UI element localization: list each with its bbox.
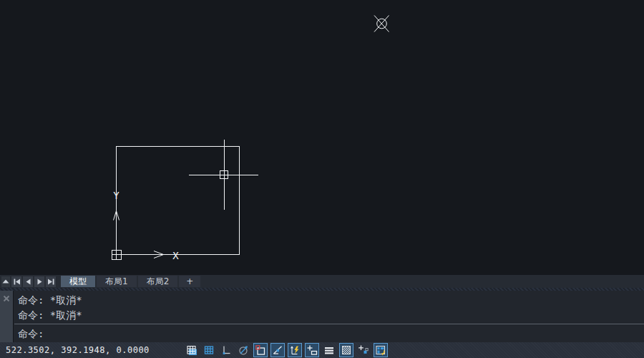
cad-application: Y X (0, 0, 644, 358)
snap-tracking-icon (272, 344, 283, 356)
first-tab-button[interactable] (11, 276, 21, 287)
ucs-x-label: X (172, 250, 179, 261)
selection-cycling-icon (375, 344, 386, 356)
last-page-icon (47, 277, 56, 286)
tab-model[interactable]: 模型 (61, 276, 95, 287)
transparency-toggle[interactable] (339, 343, 353, 357)
lineweight-icon (323, 344, 335, 356)
dynamic-input-toggle[interactable] (305, 343, 319, 357)
ucs-y-label: Y (113, 190, 119, 201)
coordinates-readout[interactable]: 522.3502, 392.1948, 0.0000 (6, 342, 150, 358)
drawn-rectangle[interactable] (117, 147, 240, 255)
next-tab-button[interactable] (34, 276, 44, 287)
snap-grid-icon (186, 344, 197, 356)
crosshair-cursor (189, 140, 258, 210)
dynamic-input-icon (306, 344, 318, 356)
last-tab-button[interactable] (46, 276, 56, 287)
dynamic-ucs-toggle[interactable] (288, 343, 302, 357)
chevron-left-icon (24, 277, 33, 286)
command-line-panel: 命令: *取消* 命令: *取消* 命令: (0, 288, 644, 342)
tab-new-layout[interactable]: + (179, 276, 200, 287)
grid-icon (203, 344, 215, 356)
polar-tracking-icon (238, 344, 249, 356)
quick-properties-icon (358, 344, 369, 356)
drawing-canvas[interactable]: Y X (0, 0, 644, 275)
object-snap-icon (255, 344, 266, 356)
view-reference-icon (374, 16, 389, 32)
grid-display-toggle[interactable] (202, 343, 216, 357)
ortho-icon (220, 344, 232, 356)
close-icon (3, 295, 10, 302)
tab-layout1[interactable]: 布局1 (97, 276, 137, 287)
triangle-up-icon (1, 277, 10, 286)
snap-mode-toggle[interactable] (185, 343, 199, 357)
quick-properties-toggle[interactable] (356, 343, 371, 357)
command-input-row[interactable]: 命令: (14, 324, 644, 342)
transparency-icon (341, 344, 352, 356)
selection-cycling-toggle[interactable] (374, 343, 388, 357)
object-snap-tracking-toggle[interactable] (270, 343, 285, 357)
first-page-icon (12, 277, 21, 286)
close-command-panel-button[interactable] (3, 294, 10, 301)
command-history[interactable]: 命令: *取消* 命令: *取消* (14, 291, 644, 324)
status-toggle-group (185, 343, 388, 357)
dynamic-ucs-icon (289, 344, 301, 356)
command-panel-grip[interactable] (0, 291, 14, 342)
lineweight-display-toggle[interactable] (322, 343, 336, 357)
polar-tracking-toggle[interactable] (236, 343, 250, 357)
command-text-area: 命令: *取消* 命令: *取消* 命令: (14, 291, 644, 342)
status-bar: 522.3502, 392.1948, 0.0000 (0, 342, 644, 358)
layout-tab-bar: 模型 布局1 布局2 + (0, 275, 644, 288)
ortho-mode-toggle[interactable] (219, 343, 233, 357)
command-history-line: 命令: *取消* (18, 293, 644, 308)
object-snap-toggle[interactable] (253, 343, 268, 357)
tab-layout2[interactable]: 布局2 (138, 276, 178, 287)
command-history-line: 命令: *取消* (18, 308, 644, 323)
command-prompt: 命令: (18, 328, 44, 339)
ucs-icon: Y X (112, 190, 179, 261)
previous-tab-button[interactable] (23, 276, 33, 287)
chevron-right-icon (35, 277, 44, 286)
expand-tabs-button[interactable] (1, 276, 10, 287)
